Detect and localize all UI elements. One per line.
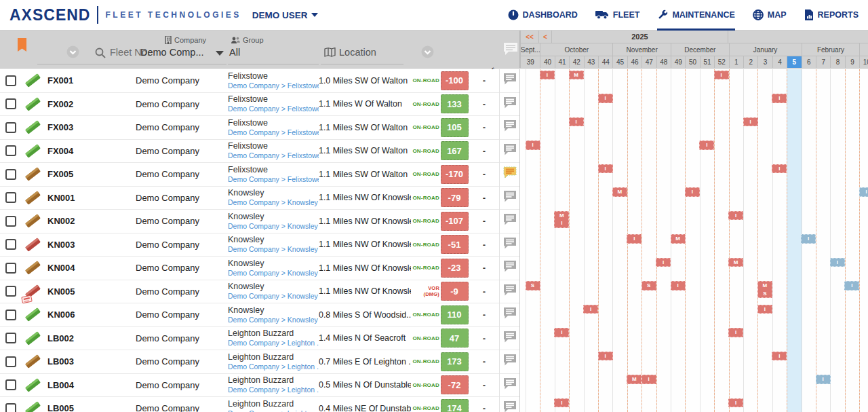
schedule-marker-KN006-wk43[interactable]: I [583,305,598,314]
comment-icon[interactable] [503,377,517,393]
schedule-marker-KN001-wk10[interactable]: I [859,187,868,197]
row-checkbox[interactable] [5,333,16,343]
table-row-LB005[interactable]: LB005Demo CompanyLeighton BuzzardDemo Co… [0,397,519,412]
schedule-marker-KN006-wk3[interactable]: I [757,305,772,314]
mot-days-badge[interactable]: 110 [441,305,469,324]
mot-days-badge[interactable]: -100 [441,71,469,90]
expand-filters-icon[interactable] [421,45,434,61]
group-select[interactable]: All [229,47,240,58]
timeline-week-50[interactable]: 50 [685,56,699,69]
fleet-number[interactable]: LB002 [45,333,136,343]
schedule-marker-LB003-wk44[interactable]: I [598,352,613,361]
fleet-number[interactable]: KN006 [45,310,136,320]
timeline-week-44[interactable]: 44 [598,56,612,69]
schedule-marker-KN001-wk45[interactable]: M [612,187,627,197]
timeline-week-3[interactable]: 3 [757,56,772,69]
schedule-marker-FX005-wk44[interactable]: I [598,164,613,174]
comment-icon[interactable] [503,237,517,252]
table-row-LB003[interactable]: LB003Demo CompanyLeighton BuzzardDemo Co… [0,350,519,374]
location-search-input[interactable]: Location [339,47,376,58]
table-row-KN003[interactable]: KN003Demo CompanyKnowsleyDemo Company > … [0,233,519,257]
schedule-marker-FX002-wk4[interactable]: I [772,94,787,103]
comment-icon[interactable] [503,119,517,135]
mot-days-badge[interactable]: 174 [441,399,469,412]
row-checkbox[interactable] [5,263,16,274]
location-breadcrumb[interactable]: Demo Company > Felixstowe [228,175,319,184]
fleet-number[interactable]: FX002 [45,99,136,109]
location-breadcrumb[interactable]: Demo Company > Knowsley [228,316,319,324]
mot-days-badge[interactable]: 133 [441,94,469,113]
mot-days-badge[interactable]: -170 [441,165,469,184]
schedule-marker-LB005-wk41[interactable]: I [554,398,569,408]
fleet-number[interactable]: FX001 [45,75,136,86]
collapse-filters-icon[interactable] [66,45,79,61]
table-row-FX004[interactable]: FX004Demo CompanyFelixstoweDemo Company … [0,140,519,164]
comment-icon[interactable] [503,260,517,276]
fleet-number[interactable]: KN004 [45,263,136,273]
timeline-back-button[interactable]: < [538,31,551,43]
nav-item-map[interactable]: MAP [753,0,787,31]
location-breadcrumb[interactable]: Demo Company > Knowsley [228,292,319,301]
schedule-marker-FX001-wk42[interactable]: M [569,71,584,80]
timeline-week-48[interactable]: 48 [656,56,671,69]
location-breadcrumb[interactable]: Demo Company > Leighton ... [228,362,319,371]
table-row-KN005[interactable]: KN005Demo CompanyKnowsleyDemo Company > … [0,280,519,304]
comment-icon[interactable] [503,307,517,322]
row-checkbox[interactable] [5,169,16,180]
schedule-marker-LB004-wk47[interactable]: I [642,375,656,384]
comment-icon[interactable] [503,354,517,369]
row-checkbox[interactable] [5,98,16,109]
timeline-week-2[interactable]: 2 [743,56,757,69]
schedule-marker-KN004-wk48[interactable]: I [656,258,671,267]
fleet-number[interactable]: KN002 [45,216,136,226]
mot-days-badge[interactable]: 167 [441,141,469,160]
schedule-marker-LB002-wk41[interactable]: I [554,328,569,337]
schedule-marker-FX003-wk2[interactable]: I [743,117,758,127]
timeline-week-43[interactable]: 43 [584,56,598,69]
timeline-week-4[interactable]: 4 [772,56,787,69]
schedule-marker-FX002-wk44[interactable]: I [598,94,613,103]
mot-days-badge[interactable]: -107 [441,212,469,231]
row-checkbox[interactable] [5,192,16,203]
table-row-KN002[interactable]: KN002Demo CompanyKnowsleyDemo Company > … [0,210,519,233]
mot-days-badge[interactable]: -23 [441,259,469,278]
timeline-week-51[interactable]: 51 [700,56,714,69]
location-breadcrumb[interactable]: Demo Company > Felixstowe [228,105,319,113]
schedule-marker-KN002-wk41[interactable]: MI [554,211,569,228]
table-row-FX002[interactable]: FX002Demo CompanyFelixstoweDemo Company … [0,93,519,117]
row-checkbox[interactable] [5,145,16,156]
schedule-marker-LB002-wk1[interactable]: I [728,328,743,337]
schedule-marker-LB004-wk46[interactable]: M [627,375,642,384]
timeline-week-46[interactable]: 46 [627,56,642,69]
location-breadcrumb[interactable]: Demo Company > Knowsley [228,245,319,254]
schedule-marker-FX004-wk39[interactable]: I [526,141,540,150]
schedule-marker-KN003-wk46[interactable]: I [627,234,642,244]
timeline-week-41[interactable]: 41 [555,56,569,69]
comment-icon[interactable] [503,213,517,229]
schedule-marker-FX005-wk4[interactable]: I [772,164,787,174]
schedule-marker-KN003-wk6[interactable]: I [801,234,816,244]
mot-days-badge[interactable]: -9 [441,282,469,301]
location-breadcrumb[interactable]: Demo Company > Leighton ... [228,339,319,348]
comment-icon[interactable] [503,96,517,112]
schedule-marker-KN005-wk3[interactable]: MS [757,281,772,298]
timeline-week-6[interactable]: 6 [802,56,816,69]
table-row-KN006[interactable]: KN006Demo CompanyKnowsleyDemo Company > … [0,303,519,327]
timeline-week-47[interactable]: 47 [642,56,656,69]
company-select[interactable]: Demo Comp... [140,47,203,58]
fleet-number[interactable]: FX003 [45,122,136,132]
row-checkbox[interactable] [5,403,16,412]
timeline-week-40[interactable]: 40 [540,56,554,69]
row-checkbox[interactable] [5,356,16,367]
user-menu[interactable]: DEMO USER [252,10,318,20]
schedule-marker-FX001-wk52[interactable]: I [714,71,729,80]
timeline-week-45[interactable]: 45 [612,56,627,69]
fleet-number[interactable]: FX004 [45,146,136,156]
timeline-week-42[interactable]: 42 [569,56,583,69]
timeline-week-8[interactable]: 8 [830,56,844,69]
row-checkbox[interactable] [5,239,16,250]
location-breadcrumb[interactable]: Demo Company > Leighton ... [228,386,319,394]
location-breadcrumb[interactable]: Demo Company > Felixstowe [228,151,319,160]
comment-icon[interactable] [503,400,517,412]
schedule-marker-KN005-wk47[interactable]: S [642,281,656,291]
